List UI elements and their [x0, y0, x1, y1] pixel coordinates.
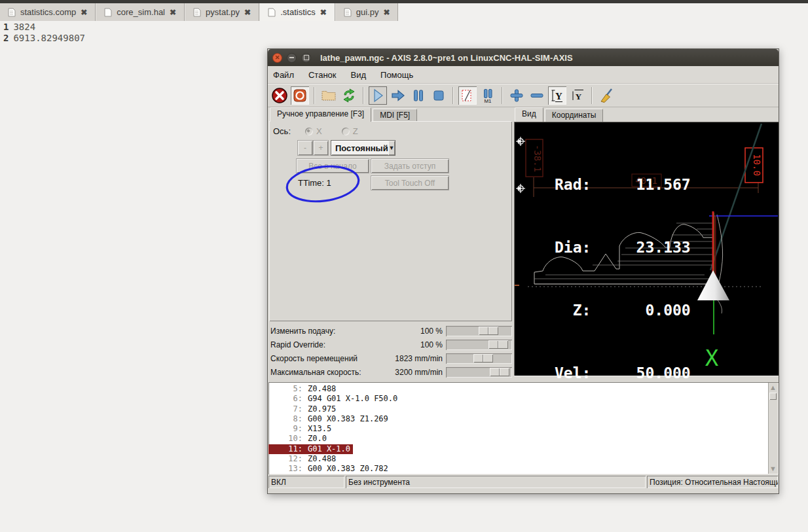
- reload-file-icon[interactable]: [340, 86, 358, 105]
- editor-tab-core-sim-hal[interactable]: core_sim.hal ✖: [96, 3, 185, 21]
- gcode-line[interactable]: 7:Z0.975: [268, 404, 339, 414]
- chevron-down-icon[interactable]: ▼: [388, 141, 395, 155]
- file-icon: [268, 8, 276, 17]
- editor-tab-pystat-py[interactable]: pystat.py ✖: [185, 3, 259, 21]
- gcode-line-code: G00 X0.383 Z0.782: [308, 464, 388, 473]
- editor-tab-statistics[interactable]: .statistics ✖: [259, 3, 335, 21]
- right-tab-row: Вид Координаты: [515, 108, 604, 122]
- dro-dia: Dia: 23.133: [555, 237, 691, 258]
- radio-axis-x[interactable]: [305, 128, 313, 135]
- editor-tab-label: statistics.comp: [20, 7, 76, 17]
- close-icon[interactable]: ✖: [383, 8, 390, 17]
- close-icon[interactable]: ✖: [170, 8, 176, 17]
- jog-minus-button[interactable]: -: [298, 141, 312, 155]
- jog-minus-label: -: [304, 143, 306, 152]
- dim-label-left: -38.1: [532, 145, 543, 172]
- scroll-down-icon[interactable]: ▼: [769, 465, 777, 473]
- radio-axis-z[interactable]: [342, 128, 350, 135]
- menubar: Файл Станок Вид Помощь: [268, 66, 779, 84]
- open-file-icon[interactable]: [320, 86, 338, 105]
- feed-override-row: Изменить подачу: 100 %: [270, 325, 515, 337]
- window-maximize-button[interactable]: [301, 53, 311, 63]
- set-offset-button[interactable]: Задать отступ: [371, 159, 449, 173]
- window-titlebar[interactable]: lathe_pawn.ngc - AXIS 2.8.0~pre1 on Linu…: [268, 49, 779, 66]
- estop-icon[interactable]: [270, 86, 289, 105]
- run-program-icon[interactable]: [369, 86, 387, 105]
- editor-tab-statistics-comp[interactable]: statistics.comp ✖: [0, 3, 96, 21]
- slider-handle[interactable]: [490, 368, 509, 376]
- gcode-line-code: Z0.975: [308, 404, 336, 414]
- radio-x-label: X: [316, 126, 322, 136]
- jog-speed-slider[interactable]: [446, 353, 512, 364]
- slider-handle[interactable]: [479, 327, 498, 335]
- menu-help[interactable]: Помощь: [380, 70, 413, 80]
- gcode-line[interactable]: 8:G00 X0.383 Z1.269: [268, 414, 391, 424]
- pause-icon[interactable]: [409, 86, 428, 105]
- gcode-line-number: 8:: [268, 414, 303, 424]
- toolbar-separator: [591, 87, 593, 104]
- gcode-line[interactable]: 6:G94 G01 X-1.0 F50.0: [268, 394, 400, 404]
- jog-speed-row: Скорость перемещений 1823 mm/min: [270, 353, 515, 364]
- tool-touch-off-button[interactable]: Tool Touch Off: [371, 176, 449, 190]
- window-close-button[interactable]: [272, 53, 282, 63]
- gcode-line[interactable]: 9:X13.5: [268, 424, 334, 434]
- zoom-in-icon[interactable]: [507, 86, 526, 105]
- feed-override-slider[interactable]: [446, 326, 512, 336]
- window-minimize-button[interactable]: [287, 53, 297, 63]
- menu-file[interactable]: Файл: [273, 70, 294, 80]
- gcode-line[interactable]: 5:Z0.488: [268, 384, 339, 394]
- gcode-line-number: 13:: [268, 464, 303, 474]
- tab-dro[interactable]: Координаты: [545, 109, 604, 122]
- stop-icon[interactable]: [430, 86, 448, 105]
- editor-tab-gui-py[interactable]: gui.py ✖: [335, 3, 399, 21]
- gcode-scrollbar[interactable]: ▲ ▼: [768, 383, 778, 474]
- gcode-line[interactable]: 10:Z0.0: [268, 434, 329, 444]
- rapid-override-slider[interactable]: [446, 340, 512, 350]
- clear-plot-icon[interactable]: [597, 86, 615, 105]
- line-number: 1: [3, 22, 9, 32]
- editor-tab-label: core_sim.hal: [117, 7, 165, 17]
- toolbar-separator: [314, 87, 315, 104]
- menu-machine[interactable]: Станок: [308, 70, 337, 80]
- ttime-label: TTime: 1: [298, 178, 331, 188]
- gcode-line-number: 7:: [268, 404, 303, 414]
- tool-touch-off-label: Tool Touch Off: [385, 179, 435, 188]
- plot-canvas[interactable]: -38.1 40.1 10.0: [514, 122, 779, 376]
- skip-lines-icon[interactable]: [458, 86, 477, 105]
- radio-z-label: Z: [353, 126, 358, 136]
- view-y2-icon[interactable]: Y: [568, 86, 587, 105]
- jog-mode-combobox[interactable]: Постоянный ▼: [331, 141, 395, 155]
- gcode-line[interactable]: 12:Z0.488: [268, 454, 339, 464]
- rapid-override-row: Rapid Override: 100 %: [270, 339, 515, 351]
- menu-view[interactable]: Вид: [351, 70, 367, 80]
- home-all-button[interactable]: Все в начало: [297, 159, 369, 173]
- toolbar-separator: [452, 87, 454, 104]
- gcode-line-active[interactable]: 11:G01 X-1.0: [268, 444, 353, 454]
- optional-pause-m1-icon[interactable]: M1: [479, 86, 497, 105]
- gcode-listing[interactable]: 5:Z0.488 6:G94 G01 X-1.0 F50.0 7:Z0.975 …: [268, 382, 779, 474]
- editor-content[interactable]: 13824 26913.82949807: [3, 22, 85, 44]
- axis-row: Ось: X Z: [273, 126, 358, 136]
- jog-plus-button[interactable]: +: [314, 141, 328, 155]
- gcode-line[interactable]: 13:G00 X0.383 Z0.782: [268, 464, 391, 474]
- close-icon[interactable]: ✖: [320, 8, 327, 17]
- scroll-up-icon[interactable]: ▲: [769, 383, 777, 392]
- close-icon[interactable]: ✖: [244, 8, 251, 17]
- slider-handle[interactable]: [473, 354, 493, 363]
- slider-handle[interactable]: [488, 340, 508, 349]
- tab-preview[interactable]: Вид: [515, 107, 543, 122]
- zoom-out-icon[interactable]: [528, 86, 546, 105]
- view-y-icon[interactable]: Y: [548, 86, 566, 105]
- machine-power-icon[interactable]: [291, 86, 309, 105]
- gcode-line-number: 9:: [268, 424, 303, 434]
- close-icon[interactable]: ✖: [81, 8, 87, 17]
- max-velocity-slider[interactable]: [446, 367, 512, 378]
- tab-manual-control[interactable]: Ручное управление [F3]: [270, 107, 371, 122]
- editor-tab-label: gui.py: [356, 7, 379, 17]
- tab-mdi[interactable]: MDI [F5]: [373, 109, 417, 122]
- max-velocity-value: 3200 mm/min: [395, 368, 443, 377]
- scrollbar-thumb[interactable]: [769, 393, 777, 400]
- toolbar-separator: [363, 87, 364, 104]
- line-text: 6913.82949807: [13, 33, 85, 43]
- step-line-icon[interactable]: [389, 86, 407, 105]
